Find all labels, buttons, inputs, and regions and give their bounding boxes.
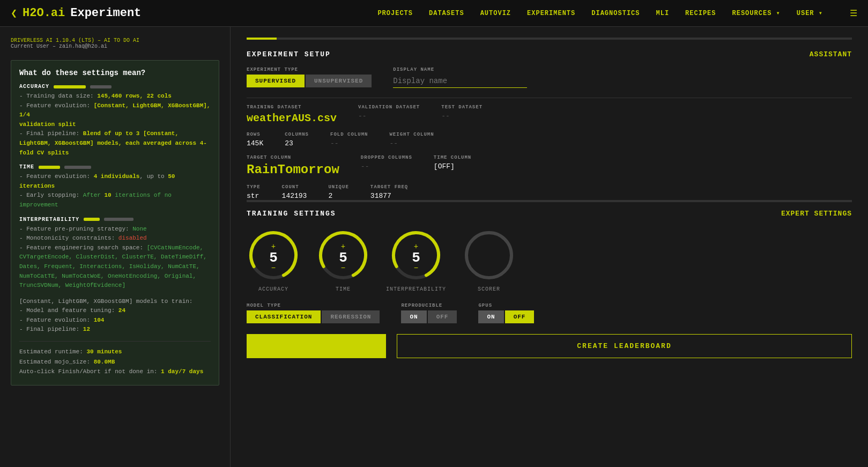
main-layout: DRIVERLESS AI 1.10.4 (LTS) – AI TO DO AI… xyxy=(0,27,868,467)
dropped-columns-group: DROPPED COLUMNS -- xyxy=(361,155,412,177)
mojo-pre: Estimated mojo_size: xyxy=(19,359,94,365)
subtitle-area: DRIVERLESS AI 1.10.4 (LTS) – AI TO DO AI… xyxy=(11,38,219,49)
columns-value: 23 xyxy=(285,139,309,147)
interpretability-knob[interactable]: + 5 − xyxy=(389,228,443,282)
left-panel: DRIVERLESS AI 1.10.4 (LTS) – AI TO DO AI… xyxy=(0,27,231,467)
training-dataset-value[interactable]: weatherAUS.csv xyxy=(247,112,337,124)
autoclick-pre: Auto-click Finish/Abort if not done in: xyxy=(19,368,161,375)
nav-experiments[interactable]: EXPERIMENTS xyxy=(527,10,575,17)
runtime-value: 30 minutes xyxy=(86,349,122,355)
svg-text:−: − xyxy=(341,264,345,272)
model-type-toggle: CLASSIFICATION REGRESSION xyxy=(247,310,380,323)
top-navigation: ❮ H2O.ai Experiment PROJECTS DATASETS AU… xyxy=(0,0,868,27)
type-label: TYPE xyxy=(247,184,261,190)
interpretability-section: INTERPRETABILITY - Feature pre-pruning s… xyxy=(19,217,211,291)
interp-line1-pre: - Feature pre-pruning strategy: xyxy=(19,226,132,232)
target-column-value[interactable]: RainTomorrow xyxy=(247,162,339,177)
runtime-pre: Estimated runtime: xyxy=(19,349,86,355)
models-line4-pre: - Final pipeline: xyxy=(19,326,83,332)
display-name-input[interactable] xyxy=(393,75,527,88)
right-panel: EXPERIMENT SETUP ASSISTANT EXPERIMENT TY… xyxy=(231,27,868,467)
regression-button[interactable]: REGRESSION xyxy=(322,310,380,323)
reproducible-toggle: ON OFF xyxy=(401,310,457,323)
nav-recipes[interactable]: RECIPES xyxy=(685,10,716,17)
classification-button[interactable]: CLASSIFICATION xyxy=(247,310,321,323)
accuracy-knob[interactable]: + 5 − xyxy=(247,228,300,282)
progress-bar-bottom xyxy=(247,200,852,202)
hamburger-icon[interactable]: ☰ xyxy=(850,8,857,19)
scorer-knob-label: SCORER xyxy=(478,286,500,292)
supervised-button[interactable]: SUPERVISED xyxy=(247,75,305,87)
training-dataset-group: TRAINING DATASET weatherAUS.csv xyxy=(247,105,337,124)
gpus-group: GPUS ON OFF xyxy=(478,303,534,323)
nav-resources[interactable]: RESOURCES ▾ xyxy=(732,9,781,17)
unique-group: UNIQUE 2 xyxy=(328,184,348,200)
time-bar-yellow xyxy=(39,166,60,169)
fold-column-value[interactable]: -- xyxy=(330,139,368,147)
time-knob-label: TIME xyxy=(336,286,351,292)
target-column-label: TARGET COLUMN xyxy=(247,155,339,160)
bottom-buttons-row: CREATE LEADERBOARD xyxy=(247,334,852,358)
logo-area: ❮ H2O.ai Experiment xyxy=(11,6,141,20)
accuracy-bar-yellow xyxy=(54,85,86,88)
page-title: Experiment xyxy=(70,6,141,20)
expert-settings-link[interactable]: EXPERT SETTINGS xyxy=(781,210,852,218)
nav-diagnostics[interactable]: DIAGNOSTICS xyxy=(591,10,640,17)
reproducible-group: REPRODUCIBLE ON OFF xyxy=(401,303,457,323)
accuracy-text: ACCURACY xyxy=(19,84,49,90)
time-column-value[interactable]: [OFF] xyxy=(434,162,471,171)
accuracy-line2: - Feature evolution: xyxy=(19,102,94,109)
scorer-knob[interactable] xyxy=(462,228,516,282)
test-dataset-label: TEST DATASET xyxy=(441,105,483,110)
time-individuals: 4 individuals xyxy=(94,173,140,180)
validation-dataset-group: VALIDATION DATASET -- xyxy=(358,105,420,124)
type-value: str xyxy=(247,192,261,200)
accuracy-bar-gray xyxy=(90,85,112,88)
rows-value: 145K xyxy=(247,139,263,147)
reproducible-label: REPRODUCIBLE xyxy=(401,303,457,308)
svg-text:−: − xyxy=(271,264,276,272)
nav-datasets[interactable]: DATASETS xyxy=(429,10,464,17)
training-dataset-label: TRAINING DATASET xyxy=(247,105,337,110)
launch-button[interactable] xyxy=(247,334,386,358)
scorer-knob-container: SCORER xyxy=(462,228,516,292)
nav-mli[interactable]: MLI xyxy=(656,10,669,17)
accuracy-section: ACCURACY - Training data size: 145,460 r… xyxy=(19,84,211,158)
nav-projects[interactable]: PROJECTS xyxy=(377,10,413,17)
accuracy-line1-pre: - Training data size: xyxy=(19,93,97,99)
accuracy-split: validation split xyxy=(19,121,76,128)
knobs-row: + 5 − ACCURACY + 5 − TIME xyxy=(247,228,852,292)
dropped-columns-value[interactable]: -- xyxy=(361,162,412,171)
fold-column-group: FOLD COLUMN -- xyxy=(330,132,368,147)
accuracy-knob-container: + 5 − ACCURACY xyxy=(247,228,300,292)
nav-user[interactable]: USER ▾ xyxy=(797,9,823,17)
models-pipeline: 12 xyxy=(83,326,90,332)
time-knob[interactable]: + 5 − xyxy=(316,228,370,282)
reproducible-off-button[interactable]: OFF xyxy=(428,310,457,323)
gpus-label: GPUS xyxy=(478,303,534,308)
interpretability-info: - Feature pre-pruning strategy: None - M… xyxy=(19,225,211,291)
models-tuning: 24 xyxy=(118,307,125,314)
test-dataset-value[interactable]: -- xyxy=(441,112,483,120)
gpus-on-button[interactable]: ON xyxy=(478,310,503,323)
reproducible-on-button[interactable]: ON xyxy=(401,310,426,323)
dropped-columns-label: DROPPED COLUMNS xyxy=(361,155,412,160)
count-label: COUNT xyxy=(282,184,307,190)
info-title: What do these settings mean? xyxy=(19,69,211,77)
interp-pruning: None xyxy=(132,226,146,232)
model-type-label: MODEL TYPE xyxy=(247,303,380,308)
columns-label: COLUMNS xyxy=(285,132,309,137)
display-name-group: DISPLAY NAME xyxy=(393,67,527,88)
target-freq-value: 31877 xyxy=(370,192,408,200)
back-chevron-icon[interactable]: ❮ xyxy=(11,6,17,20)
assistant-link[interactable]: ASSISTANT xyxy=(810,50,852,58)
accuracy-rows: 145,460 rows, 22 cols xyxy=(97,93,172,99)
create-leaderboard-button[interactable]: CREATE LEADERBOARD xyxy=(397,334,852,358)
validation-dataset-label: VALIDATION DATASET xyxy=(358,105,420,110)
interpretability-knob-container: + 5 − INTERPRETABILITY xyxy=(386,228,446,292)
validation-dataset-value[interactable]: -- xyxy=(358,112,420,120)
unsupervised-button[interactable]: UNSUPERVISED xyxy=(306,75,372,87)
weight-column-value[interactable]: -- xyxy=(389,139,434,147)
gpus-off-button[interactable]: OFF xyxy=(505,310,535,323)
nav-autoviz[interactable]: AUTOVIZ xyxy=(480,10,511,17)
